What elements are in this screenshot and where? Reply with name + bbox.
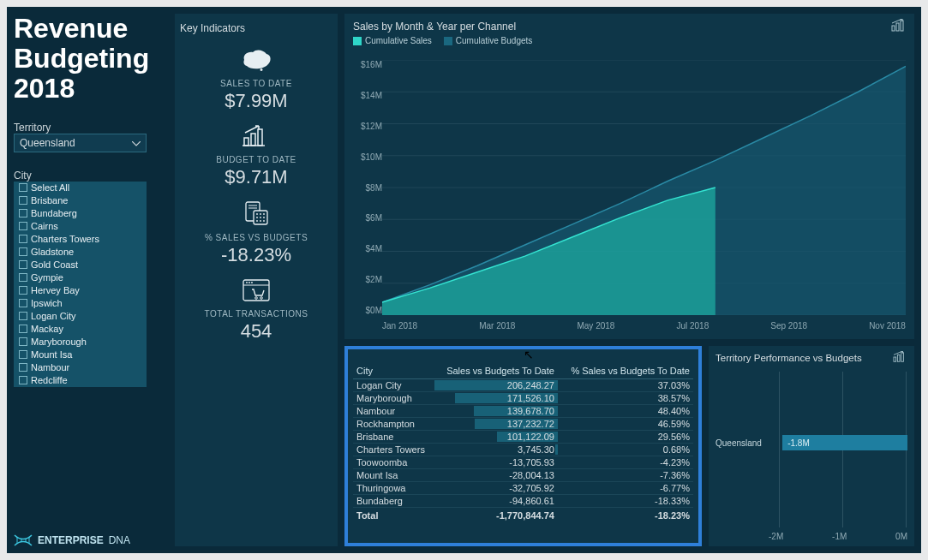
y-tick: $4M: [351, 244, 382, 253]
city-label: City: [14, 170, 168, 182]
chevron-down-icon: [132, 137, 141, 149]
cell-city: Mount Isa: [353, 469, 434, 482]
city-item-label: Cairns: [31, 221, 58, 231]
table-total-row: Total -1,770,844.74 -18.23%: [353, 508, 693, 522]
legend-label: Cumulative Budgets: [456, 36, 533, 45]
cell-pct: 48.40%: [558, 405, 693, 418]
x-tick: Sep 2018: [770, 321, 807, 331]
th-city[interactable]: City: [353, 363, 434, 379]
cell-city: Thuringowa: [353, 482, 434, 495]
table-row[interactable]: Thuringowa-32,705.92-6.77%: [353, 482, 693, 495]
checkbox-icon: [19, 235, 27, 243]
city-checkbox-item[interactable]: Brisbane: [14, 194, 147, 207]
table-row[interactable]: Brisbane101,122.0929.56%: [353, 431, 693, 444]
chart-legend: Cumulative Sales Cumulative Budgets: [353, 36, 906, 45]
table-row[interactable]: Toowoomba-13,705.93-4.23%: [353, 456, 693, 469]
table-row[interactable]: Nambour139,678.7048.40%: [353, 405, 693, 418]
city-checkbox-item[interactable]: Mackay: [14, 323, 147, 336]
chart-x-axis: Jan 2018Mar 2018May 2018Jul 2018Sep 2018…: [382, 321, 906, 331]
chart-title: Sales by Month & Year per Channel: [353, 21, 906, 33]
city-checkbox-item[interactable]: Mount Isa: [14, 349, 147, 361]
kpi-total-transactions: TOTAL TRANSACTIONS 454: [205, 278, 308, 343]
svg-point-18: [256, 220, 258, 222]
city-checkbox-item[interactable]: Select All: [14, 182, 147, 194]
cell-city: Maryborough: [353, 392, 434, 405]
cell-sales-vs-budgets: 206,248.27: [434, 379, 558, 392]
cell-sales-vs-budgets: -94,860.61: [434, 495, 558, 508]
svg-point-20: [263, 220, 265, 222]
table-row[interactable]: Bundaberg-94,860.61-18.33%: [353, 495, 693, 508]
territory-select[interactable]: Queensland: [14, 134, 147, 152]
city-list[interactable]: Select AllBrisbaneBundabergCairnsCharter…: [14, 182, 147, 387]
performance-table: City Sales vs Budgets To Date % Sales vs…: [353, 363, 693, 521]
svg-point-23: [246, 282, 248, 283]
y-tick: $16M: [351, 60, 382, 69]
th-sales-vs-budgets[interactable]: Sales vs Budgets To Date: [434, 363, 558, 379]
city-item-label: Maryborough: [31, 337, 87, 347]
checkbox-icon: [19, 286, 27, 295]
cell-pct: -4.23%: [558, 456, 693, 469]
table-row[interactable]: Maryborough171,526.1038.57%: [353, 392, 693, 405]
svg-rect-29: [896, 23, 899, 31]
svg-rect-40: [894, 357, 896, 361]
cell-city: Rockhampton: [353, 418, 434, 431]
checkbox-icon: [19, 222, 27, 230]
territory-bar-fill: -1.8M: [782, 435, 907, 450]
x-tick: Nov 2018: [869, 321, 906, 331]
svg-point-14: [263, 213, 265, 215]
kpi-sales-to-date: SALES TO DATE $7.99M: [220, 46, 292, 112]
territory-bar-value: -1.8M: [787, 438, 810, 448]
cell-city: Brisbane: [353, 431, 434, 444]
growth-chart-icon: [892, 351, 907, 366]
city-item-label: Bundaberg: [31, 208, 77, 218]
table-row[interactable]: Rockhampton137,232.7246.59%: [353, 418, 693, 431]
city-checkbox-item[interactable]: Hervey Bay: [14, 284, 147, 297]
territory-selected: Queensland: [20, 137, 75, 149]
svg-rect-5: [251, 134, 255, 146]
table-row[interactable]: Mount Isa-28,004.13-7.36%: [353, 469, 693, 482]
dashboard-root: Revenue Budgeting 2018 Territory Queensl…: [7, 7, 921, 553]
city-checkbox-item[interactable]: Gladstone: [14, 246, 147, 259]
kpi-value: $9.71M: [225, 166, 287, 188]
title-line: 2018: [14, 74, 168, 104]
city-checkbox-item[interactable]: Ipswich: [14, 297, 147, 310]
city-checkbox-item[interactable]: Gold Coast: [14, 259, 147, 271]
kpi-label: SALES TO DATE: [220, 79, 292, 88]
kpi-pct-sales-vs-budgets: % SALES VS BUDGETS -18.23%: [205, 200, 308, 266]
city-checkbox-item[interactable]: Maryborough: [14, 336, 147, 349]
territory-x-axis: -2M-1M0M: [769, 532, 907, 541]
city-checkbox-item[interactable]: Logan City: [14, 310, 147, 323]
total-pct: -18.23%: [558, 508, 693, 522]
territory-performance-panel[interactable]: Territory Performance vs Budgets Queensl…: [709, 346, 914, 546]
performance-table-panel[interactable]: ↖ City Sales vs Budgets To Date % Sales …: [344, 346, 702, 546]
cell-sales-vs-budgets: 171,526.10: [434, 392, 558, 405]
cell-sales-vs-budgets: 139,678.70: [434, 405, 558, 418]
city-checkbox-item[interactable]: Bundaberg: [14, 207, 147, 220]
growth-chart-icon: [242, 124, 271, 152]
th-pct-sales-vs-budgets[interactable]: % Sales vs Budgets To Date: [558, 363, 693, 379]
city-item-label: Gladstone: [31, 247, 74, 257]
table-row[interactable]: Logan City206,248.2737.03%: [353, 379, 693, 392]
city-checkbox-item[interactable]: Cairns: [14, 220, 147, 233]
city-checkbox-item[interactable]: Gympie: [14, 271, 147, 284]
cell-sales-vs-budgets: -32,705.92: [434, 482, 558, 495]
city-filter: City Select AllBrisbaneBundabergCairnsCh…: [14, 161, 168, 387]
city-checkbox-item[interactable]: Redcliffe: [14, 374, 147, 387]
y-tick: $6M: [351, 213, 382, 223]
city-checkbox-item[interactable]: Nambour: [14, 361, 147, 374]
cell-sales-vs-budgets: -13,705.93: [434, 456, 558, 469]
y-tick: $8M: [351, 183, 382, 193]
svg-rect-41: [897, 354, 900, 361]
x-tick: -2M: [769, 532, 783, 541]
city-item-label: Select All: [31, 182, 69, 193]
y-tick: $0M: [351, 306, 382, 315]
territory-bar-row: Queensland -1.8M: [715, 433, 907, 452]
cell-sales-vs-budgets: 137,232.72: [434, 418, 558, 431]
city-item-label: Redcliffe: [31, 375, 68, 385]
cell-pct: 38.57%: [558, 392, 693, 405]
city-checkbox-item[interactable]: Charters Towers: [14, 233, 147, 246]
sales-chart-panel[interactable]: Sales by Month & Year per Channel Cumula…: [344, 14, 914, 339]
svg-point-15: [256, 217, 258, 218]
table-row[interactable]: Charters Towers3,745.300.68%: [353, 444, 693, 456]
checkbox-icon: [19, 196, 27, 205]
